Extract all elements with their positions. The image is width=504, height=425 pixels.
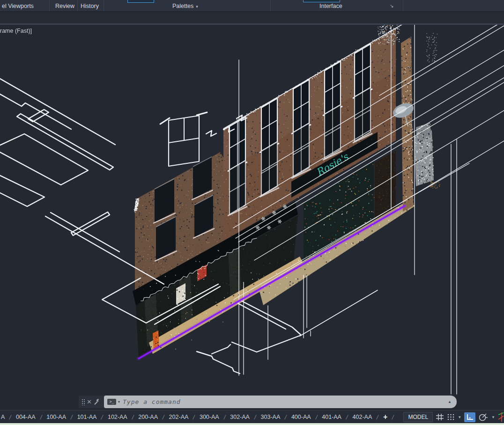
panel-separator — [403, 0, 403, 11]
model-space-button[interactable]: MODEL — [403, 412, 433, 422]
panel-separator — [270, 0, 271, 11]
chevron-down-icon[interactable]: ▼ — [491, 415, 495, 419]
wrench-icon[interactable] — [94, 398, 101, 405]
ribbon-panel-review[interactable]: Review — [55, 3, 74, 9]
tab-separator: / — [131, 414, 134, 421]
ribbon-bar: el Viewports Review History Palettes▾ In… — [0, 0, 504, 12]
layout-tab-101-AA[interactable]: 101-AA — [77, 414, 97, 420]
layout-tab-102-AA[interactable]: 102-AA — [108, 414, 127, 420]
layout-tab-401-AA[interactable]: 401-AA — [322, 414, 341, 420]
layout-tab-200-AA[interactable]: 200-AA — [138, 414, 158, 420]
close-icon[interactable]: ✕ — [87, 399, 92, 405]
tab-separator: / — [284, 414, 288, 421]
chevron-down-icon: ▾ — [196, 4, 198, 9]
grid-display-icon[interactable] — [436, 413, 444, 421]
layout-tab-300-AA[interactable]: 300-AA — [200, 414, 219, 420]
tab-separator: / — [376, 414, 379, 421]
command-bar: ✕ >_ ▾ ▲ — [79, 396, 457, 408]
command-input-field[interactable]: >_ ▾ ▲ — [104, 396, 457, 408]
tab-separator: / — [70, 414, 73, 421]
snap-mode-icon[interactable] — [447, 413, 455, 421]
tab-separator: / — [9, 414, 12, 421]
viewport-scene[interactable] — [0, 25, 504, 410]
panel-separator — [77, 0, 78, 11]
tab-separator: / — [193, 414, 196, 421]
ribbon-panel-history[interactable]: History — [81, 3, 99, 9]
active-ribbon-button-fragment-2[interactable] — [303, 0, 340, 2]
layout-tab-004-AA[interactable]: 004-AA — [16, 414, 36, 420]
layout-tab-bar: A/004-AA/100-AA/101-AA/102-AA/200-AA/202… — [1, 410, 399, 424]
drag-grip-icon[interactable] — [82, 399, 85, 405]
polar-tracking-icon[interactable] — [478, 413, 489, 422]
expand-history-icon[interactable]: ▲ — [448, 400, 452, 404]
tab-separator: / — [101, 414, 104, 421]
active-ribbon-button-fragment[interactable] — [127, 0, 154, 3]
layout-tab-100-AA[interactable]: 100-AA — [46, 414, 66, 420]
taskbar-edge-strip — [0, 423, 504, 425]
tab-separator: / — [392, 414, 395, 421]
layout-tab-202-AA[interactable]: 202-AA — [169, 414, 189, 420]
tab-separator: / — [223, 414, 226, 421]
layout-tab-partial[interactable]: A — [1, 414, 5, 420]
chevron-down-icon[interactable]: ▼ — [458, 415, 461, 419]
chevron-down-icon[interactable]: ▾ — [118, 400, 120, 404]
tab-separator: / — [345, 414, 348, 421]
ribbon-panel-palettes[interactable]: Palettes▾ — [172, 3, 198, 9]
ribbon-panel-interface[interactable]: Interface — [319, 3, 342, 9]
panel-separator — [104, 0, 104, 11]
autocad-window: el Viewports Review History Palettes▾ In… — [0, 0, 504, 425]
panel-dialog-launcher-icon[interactable]: ↘ — [390, 3, 393, 8]
ortho-mode-button-active[interactable] — [464, 412, 475, 422]
tab-separator: / — [162, 414, 165, 421]
ribbon-lower-strip — [0, 12, 504, 23]
layout-tab-400-AA[interactable]: 400-AA — [291, 414, 311, 420]
command-prompt-icon[interactable]: >_ — [107, 399, 116, 405]
tab-separator: / — [253, 414, 257, 421]
layout-tab-302-AA[interactable]: 302-AA — [230, 414, 250, 420]
tab-separator: / — [39, 414, 43, 421]
command-bar-handle[interactable]: ✕ — [79, 396, 104, 408]
ribbon-panel-model-viewports[interactable]: el Viewports — [2, 3, 34, 9]
command-input[interactable] — [123, 398, 445, 405]
new-layout-button[interactable]: + — [383, 413, 387, 421]
status-bar: A/004-AA/100-AA/101-AA/102-AA/200-AA/202… — [0, 410, 504, 423]
tab-separator: / — [315, 414, 318, 421]
status-toggles: MODEL ▼ — [403, 410, 504, 424]
layout-tab-402-AA[interactable]: 402-AA — [353, 414, 372, 420]
drawing-viewport[interactable]: rame (Fast)] ✕ >_ ▾ ▲ — [0, 25, 504, 410]
layout-tab-303-AA[interactable]: 303-AA — [261, 414, 281, 420]
viewport-controls-label[interactable]: rame (Fast)] — [0, 28, 32, 34]
object-snap-icon[interactable] — [498, 411, 504, 423]
panel-separator — [49, 0, 50, 11]
